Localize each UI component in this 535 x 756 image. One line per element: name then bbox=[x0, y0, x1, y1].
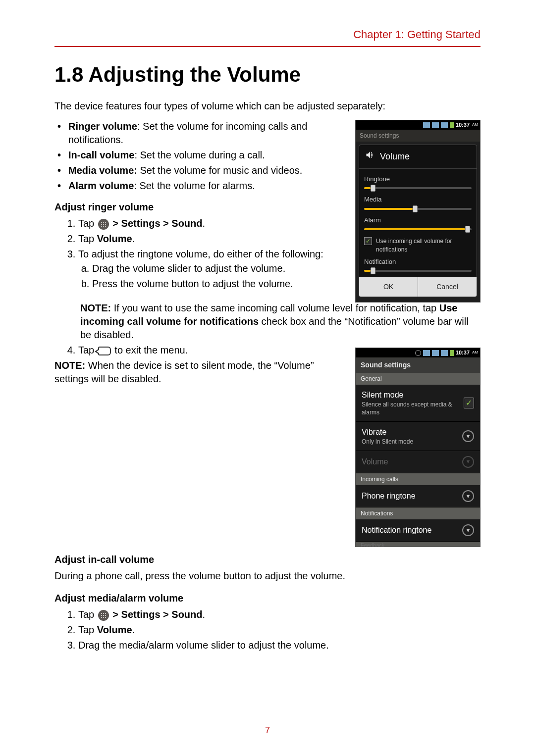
section-title: 1.8 Adjusting the Volume bbox=[54, 61, 481, 89]
ok-button[interactable]: OK bbox=[359, 277, 418, 297]
status-bar: 10:37AM bbox=[356, 348, 480, 357]
dropdown-icon[interactable]: ▼ bbox=[462, 524, 474, 536]
status-time: 10:37 bbox=[456, 349, 470, 356]
signal-icon bbox=[441, 122, 448, 128]
volume-dialog: Volume Ringtone Media Alarm ✓ Use incomi… bbox=[359, 145, 477, 297]
volume-types-list: Ringer volume: Set the volume for incomi… bbox=[54, 120, 340, 193]
use-incoming-row[interactable]: ✓ Use incoming call volume for notificat… bbox=[364, 237, 472, 253]
sync-icon bbox=[415, 350, 421, 356]
slider-media-label: Media bbox=[364, 195, 472, 204]
dropdown-icon[interactable]: ▼ bbox=[462, 490, 474, 502]
subhead-media-alarm: Adjust media/alarm volume bbox=[54, 592, 481, 605]
apps-grid-icon bbox=[98, 610, 109, 621]
row-silent-mode[interactable]: Silent modeSilence all sounds except med… bbox=[356, 385, 480, 422]
subhead-incall: Adjust in-call volume bbox=[54, 553, 481, 566]
category-general: General bbox=[356, 373, 480, 385]
ma-step-2: Tap Volume. bbox=[78, 623, 481, 637]
subhead-ringer: Adjust ringer volume bbox=[54, 201, 340, 214]
ma-step-1: Tap > Settings > Sound. bbox=[78, 608, 481, 621]
ringer-step-3a: Drag the volume slider to adjust the vol… bbox=[92, 262, 340, 275]
ringer-step-4: Tap to exit the menu. bbox=[78, 344, 340, 357]
screenshot-sound-settings: 10:37AM Sound settings General Silent mo… bbox=[355, 348, 481, 547]
use-incoming-label: Use incoming call volume for notificatio… bbox=[376, 237, 472, 253]
checkbox-icon[interactable]: ✓ bbox=[364, 237, 372, 245]
ma-step-3: Drag the media/alarm volume slider to ad… bbox=[78, 639, 481, 652]
signal-icon bbox=[423, 122, 430, 128]
ringer-steps-cont: Tap to exit the menu. bbox=[54, 344, 340, 357]
signal-icon bbox=[432, 122, 439, 128]
row-phone-ringtone[interactable]: Phone ringtone ▼ bbox=[356, 485, 480, 507]
ringer-step-3b: Press the volume button to adjust the vo… bbox=[92, 277, 340, 291]
media-alarm-steps: Tap > Settings > Sound. Tap Volume. Drag… bbox=[54, 608, 481, 652]
screenshot-volume-dialog: 10:37AM Sound settings Volume Ringtone M… bbox=[355, 120, 481, 302]
speaker-icon bbox=[365, 150, 375, 163]
ringer-step-2: Tap Volume. bbox=[78, 232, 340, 246]
note-silent-mode: NOTE: When the device is set to silent m… bbox=[54, 359, 340, 386]
category-notifications: Notifications bbox=[356, 507, 480, 519]
status-bar: 10:37AM bbox=[356, 120, 480, 130]
category-incoming: Incoming calls bbox=[356, 473, 480, 485]
apps-grid-icon bbox=[98, 219, 109, 230]
signal-icon bbox=[441, 350, 448, 356]
battery-icon bbox=[450, 122, 454, 128]
status-ampm: AM bbox=[472, 350, 478, 355]
slider-media[interactable] bbox=[364, 206, 472, 212]
ringer-step-1: Tap > Settings > Sound. bbox=[78, 217, 340, 230]
dim-header: Sound settings bbox=[356, 130, 480, 142]
volume-type-media: Media volume: Set the volume for music a… bbox=[68, 164, 340, 177]
slider-ringtone[interactable] bbox=[364, 185, 472, 191]
row-volume-disabled: Volume ▼ bbox=[356, 451, 480, 473]
row-vibrate[interactable]: VibrateOnly in Silent mode ▼ bbox=[356, 422, 480, 451]
page-number: 7 bbox=[0, 724, 535, 736]
settings-title: Sound settings bbox=[356, 357, 480, 373]
intro-text: The device features four types of volume… bbox=[54, 100, 481, 113]
status-ampm: AM bbox=[472, 122, 478, 128]
cancel-button[interactable]: Cancel bbox=[418, 277, 477, 297]
note-use-incoming: NOTE: If you want to use the same incomi… bbox=[54, 302, 481, 342]
slider-alarm-label: Alarm bbox=[364, 216, 472, 225]
slider-notification-label: Notification bbox=[364, 257, 472, 266]
slider-alarm[interactable] bbox=[364, 226, 472, 232]
slider-ringtone-label: Ringtone bbox=[364, 175, 472, 184]
volume-type-ringer: Ringer volume: Set the volume for incomi… bbox=[68, 120, 340, 147]
incall-text: During a phone call, press the volume bu… bbox=[54, 569, 481, 583]
chapter-header: Chapter 1: Getting Started bbox=[54, 27, 481, 47]
back-icon bbox=[98, 347, 111, 355]
slider-notification[interactable] bbox=[364, 268, 472, 274]
ringer-steps: Tap > Settings > Sound. Tap Volume. To a… bbox=[54, 217, 340, 291]
dialog-title-row: Volume bbox=[359, 145, 477, 168]
ringer-step-3: To adjust the ringtone volume, do either… bbox=[78, 248, 340, 291]
row-notification-ringtone[interactable]: Notification ringtone ▼ bbox=[356, 519, 480, 542]
signal-icon bbox=[432, 350, 439, 356]
dropdown-icon[interactable]: ▼ bbox=[462, 430, 474, 442]
battery-icon bbox=[450, 350, 454, 356]
checkbox-checked-icon[interactable]: ✓ bbox=[464, 398, 474, 408]
category-feedback-cut: Feedback bbox=[356, 542, 480, 547]
signal-icon bbox=[423, 350, 430, 356]
volume-type-incall: In-call volume: Set the volume during a … bbox=[68, 149, 340, 162]
dialog-title: Volume bbox=[380, 151, 410, 162]
dropdown-disabled-icon: ▼ bbox=[462, 456, 474, 468]
volume-type-alarm: Alarm volume: Set the volume for alarms. bbox=[68, 179, 340, 193]
status-time: 10:37 bbox=[456, 121, 470, 129]
